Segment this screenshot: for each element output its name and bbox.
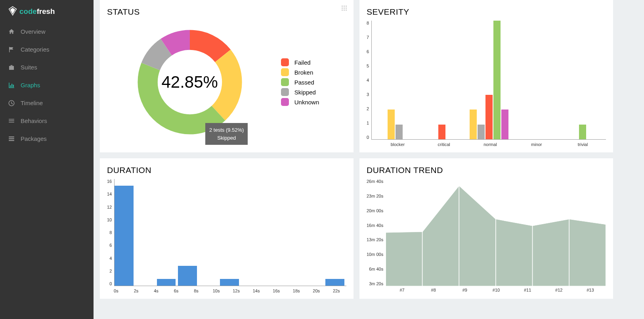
x-tick: 12s — [226, 288, 247, 293]
bars-icon — [8, 135, 21, 142]
legend-swatch — [281, 68, 289, 76]
duration-chart[interactable]: 1614121086420 — [107, 179, 346, 286]
svg-text:codefresh: codefresh — [19, 7, 55, 15]
duration-bar[interactable] — [157, 279, 176, 286]
sidebar-item-label: Packages — [21, 135, 47, 142]
x-tick: minor — [513, 142, 560, 147]
severity-chart[interactable]: 876543210 — [367, 21, 606, 140]
severity-bar[interactable] — [478, 125, 485, 139]
severity-bar[interactable] — [493, 21, 501, 139]
x-tick: critical — [421, 142, 467, 147]
tooltip-value: 2 tests (9.52%) — [209, 126, 244, 134]
status-card: STATUS 42.85% FailedBrokenPassedSkippedU… — [100, 0, 354, 152]
list-icon — [8, 117, 21, 125]
clock-icon — [8, 100, 21, 107]
sidebar-item-suites[interactable]: Suites — [0, 58, 94, 76]
x-tick: #9 — [449, 288, 480, 292]
x-tick: #13 — [575, 288, 606, 292]
card-title: DURATION TREND — [367, 165, 606, 175]
chart-icon — [8, 82, 21, 89]
legend-label: Failed — [294, 59, 311, 66]
sidebar-item-categories[interactable]: Categories — [0, 40, 94, 58]
legend-item[interactable]: Broken — [281, 68, 319, 76]
legend-swatch — [281, 98, 289, 106]
duration-bar[interactable] — [178, 266, 197, 286]
sidebar-item-overview[interactable]: Overview — [0, 23, 94, 40]
sidebar-item-label: Graphs — [21, 82, 40, 88]
drag-handle[interactable] — [342, 6, 347, 11]
briefcase-icon — [8, 64, 21, 71]
x-tick: #7 — [386, 288, 418, 292]
trend-card: DURATION TREND 26m 40s23m 20s20m 00s16m … — [359, 158, 613, 299]
sidebar-item-packages[interactable]: Packages — [0, 130, 94, 148]
sidebar-item-behaviors[interactable]: Behaviors — [0, 112, 94, 130]
x-tick: 2s — [126, 288, 146, 293]
x-tick: normal — [467, 142, 514, 147]
x-tick: 6s — [166, 288, 186, 293]
legend-item[interactable]: Failed — [281, 58, 319, 66]
duration-bar[interactable] — [115, 186, 134, 286]
status-donut-chart[interactable]: 42.85% — [134, 27, 245, 138]
flag-icon — [8, 46, 21, 53]
x-tick: #8 — [418, 288, 449, 292]
x-tick: 4s — [146, 288, 166, 293]
sidebar-item-timeline[interactable]: Timeline — [0, 94, 94, 112]
legend-swatch — [281, 58, 289, 66]
sidebar-item-label: Timeline — [21, 100, 43, 106]
sidebar-item-label: Suites — [21, 64, 37, 71]
home-icon — [8, 28, 21, 35]
severity-bar[interactable] — [388, 110, 395, 139]
card-title: SEVERITY — [367, 7, 606, 17]
duration-bar[interactable] — [220, 279, 239, 286]
donut-center-label: 42.85% — [134, 27, 245, 138]
severity-bar[interactable] — [579, 125, 586, 139]
logo: codefresh — [0, 0, 94, 23]
sidebar-item-label: Categories — [21, 46, 50, 53]
trend-chart[interactable]: 26m 40s23m 20s20m 00s16m 40s13m 20s10m 0… — [367, 179, 606, 286]
legend-label: Broken — [294, 69, 313, 76]
donut-tooltip: 2 tests (9.52%) Skipped — [205, 123, 248, 145]
main-content: STATUS 42.85% FailedBrokenPassedSkippedU… — [94, 0, 644, 319]
x-tick: #11 — [512, 288, 543, 292]
x-tick: trivial — [560, 142, 606, 147]
severity-bar[interactable] — [396, 125, 403, 139]
legend-label: Passed — [294, 79, 314, 86]
x-tick: 22s — [326, 288, 346, 293]
severity-bar[interactable] — [470, 110, 477, 139]
nav-list: OverviewCategoriesSuitesGraphsTimelineBe… — [0, 23, 94, 148]
x-tick: 0s — [106, 288, 126, 293]
x-tick: 14s — [246, 288, 266, 293]
duration-bar[interactable] — [325, 279, 344, 286]
severity-card: SEVERITY 876543210 blockercriticalnormal… — [359, 0, 613, 152]
severity-bar[interactable] — [501, 110, 508, 139]
legend-item[interactable]: Skipped — [281, 88, 319, 96]
legend-swatch — [281, 88, 289, 96]
x-tick: #12 — [543, 288, 575, 292]
severity-bar[interactable] — [438, 125, 445, 139]
legend-label: Skipped — [294, 89, 316, 96]
card-title: DURATION — [107, 165, 346, 175]
duration-card: DURATION 1614121086420 0s2s4s6s8s10s12s1… — [100, 158, 354, 299]
x-tick: 18s — [286, 288, 306, 293]
severity-bar[interactable] — [485, 95, 493, 139]
x-tick: 8s — [186, 288, 206, 293]
status-legend: FailedBrokenPassedSkippedUnknown — [281, 56, 319, 108]
legend-item[interactable]: Passed — [281, 78, 319, 86]
legend-label: Unknown — [294, 99, 319, 106]
x-tick: 20s — [306, 288, 327, 293]
legend-item[interactable]: Unknown — [281, 98, 319, 106]
x-tick: 16s — [266, 288, 287, 293]
sidebar-item-label: Overview — [21, 28, 46, 35]
sidebar: codefresh OverviewCategoriesSuitesGraphs… — [0, 0, 94, 319]
x-tick: #10 — [480, 288, 512, 292]
tooltip-label: Skipped — [209, 134, 244, 142]
x-tick: blocker — [375, 142, 421, 147]
legend-swatch — [281, 78, 289, 86]
sidebar-item-label: Behaviors — [21, 117, 47, 124]
sidebar-item-graphs[interactable]: Graphs — [0, 76, 94, 94]
x-tick: 10s — [206, 288, 226, 293]
card-title: STATUS — [107, 7, 346, 17]
